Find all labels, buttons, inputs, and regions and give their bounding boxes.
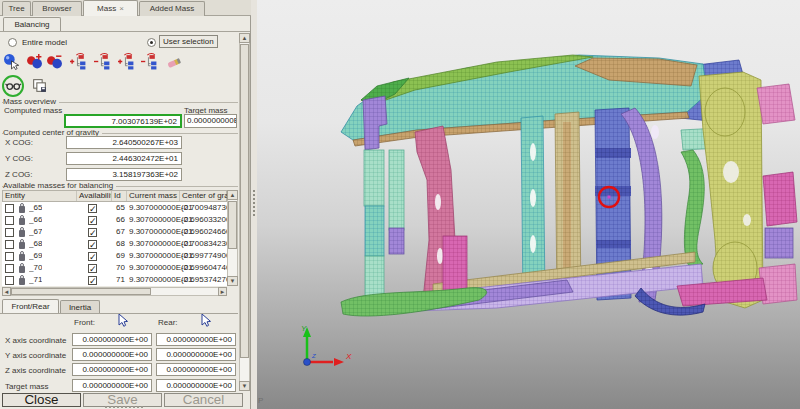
panel-resize-handle[interactable] [105,406,143,408]
tab-front-rear[interactable]: Front/Rear [2,299,59,314]
save-button[interactable]: Save [83,393,162,407]
target-front-field[interactable]: 0.000000000E+00 [72,379,152,392]
table-row[interactable]: _67 67 9.307000000E-01 (2.696024660E+0 [2,226,227,238]
y-cog-field[interactable]: 2.446302472E+01 [66,152,182,165]
remove-mass-button[interactable] [45,53,64,72]
entity-checkbox[interactable] [5,204,14,213]
scroll-left-button[interactable]: ◄ [2,287,11,296]
target-mass-field[interactable]: 0.000000000E+00 [184,114,237,128]
availability-checkbox[interactable] [88,276,97,285]
col-cog[interactable]: Center of gravity [180,191,228,201]
user-selection-label: User selection [159,35,218,48]
select-mass-button[interactable] [2,53,21,72]
scroll-thumb[interactable] [11,288,151,295]
table-row[interactable]: _71 71 9.307000000E-01 (2.695374270E+0 [2,274,227,286]
mesh-part-right-rail-dome [705,88,745,136]
col-entity[interactable]: Entity [3,191,77,201]
mesh-part-green-member[interactable] [681,150,704,266]
axis-triad-icon: Y X Z [301,324,352,366]
col-current-mass[interactable]: Current mass [127,191,180,201]
scroll-thumb[interactable] [240,44,249,358]
mesh-part-left-inner-rail[interactable] [389,150,404,230]
col-availability[interactable]: Availability [77,191,112,201]
scroll-thumb[interactable] [228,201,237,249]
save-copy-button[interactable] [30,77,49,96]
mesh-part-left-rail[interactable] [365,206,384,256]
entity-checkbox[interactable] [5,264,14,273]
tree-remove-alt-button[interactable] [140,53,159,72]
computed-mass-label: Computed mass [4,106,62,116]
table-row[interactable]: _65 65 9.307000000E-01 (2.700948730E+0 [2,202,227,214]
x-cog-field[interactable]: 2.640500267E+03 [66,136,182,149]
masses-table-title: Available masses for balancing [3,181,116,190]
target-rear-field[interactable]: 0.000000000E+00 [156,379,236,392]
entity-checkbox[interactable] [5,276,14,285]
x-front-field[interactable]: 0.000000000E+00 [72,333,152,346]
scroll-down-button[interactable]: ▼ [227,276,238,286]
scroll-down-button[interactable]: ▼ [239,381,250,391]
mesh-part-left-rail[interactable] [364,150,384,206]
scroll-right-button[interactable]: ► [218,287,227,296]
tree-add-alt-button[interactable] [117,53,136,72]
front-pick-cursor-icon[interactable] [118,314,128,327]
mesh-part-left-inner-rail[interactable] [389,228,404,254]
mesh-part-left-rail[interactable] [365,256,384,298]
scroll-up-button[interactable]: ▲ [227,190,238,200]
user-selection-radio[interactable] [147,38,156,47]
mass-overview-title: Mass overview [3,97,59,106]
entity-checkbox[interactable] [5,252,14,261]
rear-pick-cursor-icon[interactable] [201,314,211,327]
entire-model-radio[interactable] [8,38,17,47]
mesh-part-blue-pillar-brace [595,148,631,158]
computed-mass-field[interactable]: 7.003076139E+02 [64,114,182,128]
cancel-button[interactable]: Cancel [164,393,243,407]
review-glasses-button[interactable] [4,77,23,96]
tree-add-alt-icon [118,53,135,70]
tab-browser[interactable]: Browser [32,1,82,16]
col-id[interactable]: Id [112,191,127,201]
entity-checkbox[interactable] [5,240,14,249]
glasses-icon [5,77,22,94]
availability-checkbox[interactable] [88,216,97,225]
mesh-hole [435,194,441,210]
tree-remove-button[interactable] [93,53,112,72]
table-row[interactable]: _66 66 9.307000000E-01 (2.696033200E+0 [2,214,227,226]
add-mass-button[interactable] [25,53,44,72]
close-button[interactable]: Close [2,393,81,407]
availability-checkbox[interactable] [88,252,97,261]
model-3d-view[interactable]: Y X Z [257,0,800,409]
chassis-mesh-model[interactable] [341,55,797,316]
scroll-up-button[interactable]: ▲ [239,33,250,43]
z-cog-field[interactable]: 3.158197363E+02 [66,168,182,181]
mesh-part-green-skid[interactable] [341,288,487,316]
mass-entity-icon [19,278,25,285]
tab-inertia[interactable]: Inertia [60,300,100,314]
availability-checkbox[interactable] [88,264,97,273]
tab-added-mass[interactable]: Added Mass [139,1,205,16]
tab-close-icon[interactable]: × [119,4,124,13]
entity-checkbox[interactable] [5,228,14,237]
front-label: Front: [74,318,95,328]
tab-tree[interactable]: Tree [2,1,31,16]
tree-add-button[interactable] [69,53,88,72]
table-row[interactable]: _69 69 9.307000000E-01 (2.699774900E+0 [2,250,227,262]
z-front-field[interactable]: 0.000000000E+00 [72,363,152,376]
availability-checkbox[interactable] [88,240,97,249]
eraser-button[interactable] [164,53,183,72]
table-row[interactable]: _70 70 9.307000000E-01 (2.699604740E+0 [2,262,227,274]
availability-checkbox[interactable] [88,228,97,237]
mesh-part-pink-block[interactable] [757,84,795,124]
table-row[interactable]: _68 68 9.307000000E-01 (2.700834230E+0 [2,238,227,250]
tab-balancing[interactable]: Balancing [3,17,61,32]
y-rear-field[interactable]: 0.000000000E+00 [156,348,236,361]
mesh-part-magenta-block[interactable] [763,172,797,226]
tab-mass[interactable]: Mass× [83,0,138,16]
3d-viewport[interactable]: Y X Z P [257,0,800,409]
select-mass-icon [3,53,20,70]
z-rear-field[interactable]: 0.000000000E+00 [156,363,236,376]
y-front-field[interactable]: 0.000000000E+00 [72,348,152,361]
availability-checkbox[interactable] [88,204,97,213]
mesh-part-purple-block[interactable] [765,228,793,258]
x-rear-field[interactable]: 0.000000000E+00 [156,333,236,346]
entity-checkbox[interactable] [5,216,14,225]
